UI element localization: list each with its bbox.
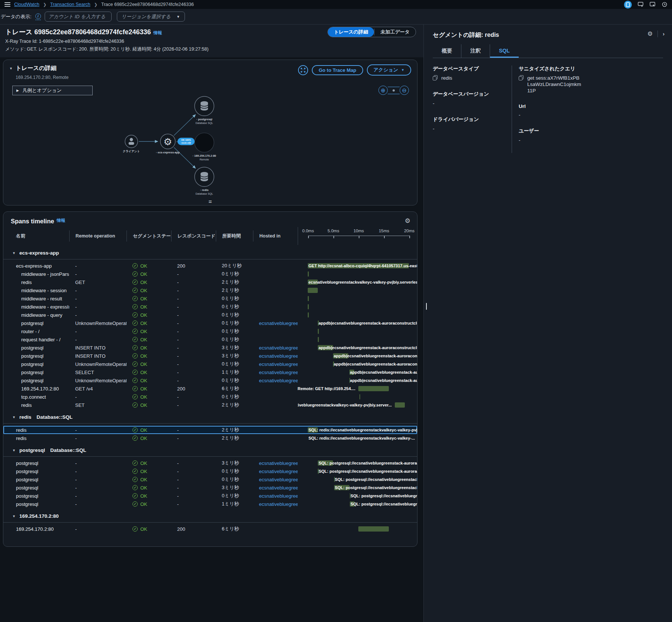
copy-icon[interactable] [433, 75, 438, 80]
trace-map-node-postgresql[interactable]: ◦ postgresqlDatabase SQL [195, 96, 214, 125]
table-row[interactable]: middleware - expressInit-✓OK-0ミリ秒 [3, 303, 417, 311]
device-icon[interactable] [624, 1, 632, 9]
triangle-down-icon: ▼ [12, 251, 16, 255]
panel-resize-handle[interactable]: = [209, 198, 212, 205]
column-header-hosted-in[interactable]: Hosted in [253, 230, 298, 242]
timeline-bar[interactable] [395, 402, 405, 408]
hosted-in-link[interactable]: ecsnativebluegreens [259, 493, 298, 499]
tab-sql[interactable]: SQL [490, 44, 519, 58]
chevron-right-icon[interactable]: › [663, 31, 665, 37]
clock-icon[interactable] [661, 1, 668, 8]
table-row[interactable]: postgresql-✓OK-0ミリ秒ecsnativebluegreensSQ… [3, 467, 417, 475]
span-remote-operation-cell: - [69, 501, 127, 507]
table-row[interactable]: postgresqlSELECT✓OK-1ミリ秒ecsnativebluegre… [3, 368, 417, 376]
column-header-remote-operation[interactable]: Remote operation [69, 230, 127, 242]
table-row[interactable]: middleware - query-✓OK-0ミリ秒 [3, 311, 417, 319]
timeline-bar[interactable] [308, 288, 318, 293]
table-row[interactable]: 169.254.170.2:80GET /v4✓OK2006ミリ秒Remote:… [3, 385, 417, 393]
column-header-segment-status[interactable]: セグメントステー... [127, 230, 171, 242]
table-row[interactable]: redisSET✓OK-2ミリ秒ecsnativebluegreenstackv… [3, 401, 417, 409]
breadcrumb-transaction-search[interactable]: Transaction Search [50, 2, 90, 7]
span-response-code-cell: - [171, 493, 216, 499]
table-row[interactable]: redis-✓OK-2ミリ秒SQL: redis://ecsnativeblue… [3, 434, 417, 442]
panel-resize-mark[interactable] [426, 303, 427, 310]
zoom-in-icon[interactable]: ⊕ [378, 86, 388, 95]
timeline-bar[interactable] [308, 304, 309, 309]
timeline-bar[interactable] [308, 271, 309, 277]
table-row[interactable]: redis-✓OK-2ミリ秒SQL: redis://ecsnativeblue… [3, 426, 417, 434]
tab-overview[interactable]: 概要 [433, 44, 461, 58]
span-name-cell: redis [3, 427, 69, 433]
timeline-bar[interactable] [308, 312, 309, 318]
hosted-in-link[interactable]: ecsnativebluegreens [259, 485, 298, 491]
hosted-in-link[interactable]: ecsnativebluegreens [259, 469, 298, 474]
screen-pointer-icon[interactable] [649, 1, 656, 8]
info-icon[interactable]: i [35, 13, 41, 19]
table-row[interactable]: postgresqlINSERT INTO✓OK-3ミリ秒ecsnativebl… [3, 344, 417, 352]
terminal-cursor-icon[interactable] [637, 1, 644, 8]
span-group-header[interactable]: ▼169.254.170.2:80 [3, 510, 417, 523]
tab-annotations[interactable]: 注釈 [461, 44, 490, 58]
hosted-in-link[interactable]: ecsnativebluegreens [259, 345, 298, 351]
toggle-trace-details[interactable]: トレースの詳細 [328, 27, 374, 37]
trace-info-link[interactable]: 情報 [154, 31, 162, 35]
trace-map-node-redis[interactable]: ◦ redisDatabase SQL [195, 167, 214, 195]
timeline-bar[interactable] [358, 526, 389, 532]
table-row[interactable]: redisGET✓OK-2ミリ秒ecsnativebluegreenstackv… [3, 278, 417, 286]
span-group-header[interactable]: ▼ecs-express-app [3, 247, 417, 259]
table-row[interactable]: request handler - /-✓OK-0ミリ秒 [3, 335, 417, 344]
table-row[interactable]: postgresql-✓OK-0ミリ秒ecsnativebluegreensSQ… [3, 475, 417, 484]
hosted-in-link[interactable]: ecsnativebluegreens [259, 501, 298, 507]
table-row[interactable]: postgresql-✓OK-3ミリ秒ecsnativebluegreensSQ… [3, 484, 417, 492]
column-header-duration[interactable]: 所要時間 [216, 230, 253, 242]
timeline-bar[interactable] [318, 337, 319, 342]
span-group-header[interactable]: ▼redisDatabase::SQL [3, 411, 417, 424]
table-row[interactable]: middleware - jsonParser-✓OK-0ミリ秒 [3, 270, 417, 278]
table-row[interactable]: middleware - session-✓OK-2ミリ秒 [3, 286, 417, 294]
hosted-in-link[interactable]: ecsnativebluegreens [259, 378, 298, 383]
table-row[interactable]: ecs-express-app-✓OK20020ミリ秒GET http://ec… [3, 262, 417, 270]
breadcrumb-cloudwatch[interactable]: CloudWatch [14, 2, 39, 7]
hosted-in-link[interactable]: ecsnativebluegreens [259, 320, 298, 326]
table-row[interactable]: 169.254.170.2:80-✓OK2006ミリ秒 [3, 525, 417, 533]
gear-icon[interactable]: ⚙ [405, 218, 410, 224]
timeline-bar[interactable] [358, 386, 389, 391]
table-row[interactable]: postgresqlINSERT INTO✓OK-3ミリ秒ecsnativebl… [3, 352, 417, 360]
table-row[interactable]: postgresql-✓OK-1ミリ秒ecsnativebluegreensSQ… [3, 500, 417, 508]
copy-icon[interactable] [519, 75, 524, 80]
span-hosted-in-cell: ecsnativebluegreens [253, 501, 298, 507]
table-row[interactable]: postgresqlUnknownRemoteOperation✓OK-0ミリ秒… [3, 319, 417, 327]
zoom-out-icon[interactable]: ⊖ [400, 86, 409, 95]
spans-info-link[interactable]: 情報 [57, 218, 65, 223]
zoom-slider[interactable] [388, 87, 400, 94]
table-row[interactable]: postgresql-✓OK-0ミリ秒ecsnativebluegreensSQ… [3, 492, 417, 500]
timeline-bar[interactable] [308, 296, 309, 301]
table-row[interactable]: postgresqlUnknownRemoteOperation✓OK-0ミリ秒… [3, 376, 417, 385]
span-name-cell: middleware - session [3, 288, 69, 293]
hamburger-menu-icon[interactable] [4, 2, 10, 7]
trace-map-node-remote[interactable]: ◦ 169.254.170.2:80Remote [192, 133, 216, 161]
hosted-in-link[interactable]: ecsnativebluegreens [259, 477, 298, 482]
trace-map-node-client[interactable]: クライアント [123, 135, 140, 153]
trace-map-node-ecs-express-app[interactable]: ⚙◦ ecs-express-app [156, 134, 180, 154]
table-row[interactable]: postgresqlUnknownRemoteOperation✓OK-0ミリ秒… [3, 360, 417, 368]
toggle-raw-data[interactable]: 未加工データ [374, 27, 416, 37]
column-header-name[interactable]: 名前 [3, 230, 69, 242]
table-row[interactable]: middleware - result-✓OK-0ミリ秒 [3, 294, 417, 303]
account-id-input[interactable] [45, 12, 112, 22]
edge-status-badge[interactable]: OK 100%<0.01 t/分 [177, 138, 195, 145]
table-row[interactable]: router - /-✓OK-0ミリ秒 [3, 327, 417, 335]
table-row[interactable]: tcp.connect-✓OK-0ミリ秒 [3, 393, 417, 401]
hosted-in-link[interactable]: ecsnativebluegreens [259, 460, 298, 466]
hosted-in-link[interactable]: ecsnativebluegreens [259, 370, 298, 375]
table-row[interactable]: postgresql-✓OK-3ミリ秒ecsnativebluegreensSQ… [3, 459, 417, 467]
column-header-response-code[interactable]: レスポンスコード [171, 230, 216, 242]
region-select[interactable]: リージョンを選択する ▼ [117, 12, 185, 22]
hosted-in-link[interactable]: ecsnativebluegreens [259, 361, 298, 367]
gear-icon[interactable]: ⚙ [647, 30, 653, 37]
timeline-bar[interactable] [318, 329, 319, 334]
timeline-bar[interactable] [359, 394, 361, 399]
span-group-header[interactable]: ▼postgresqlDatabase::SQL [3, 444, 417, 457]
hosted-in-link[interactable]: ecsnativebluegreens [259, 353, 298, 359]
legend-options-button[interactable]: ▶ 凡例とオプション [12, 86, 93, 95]
